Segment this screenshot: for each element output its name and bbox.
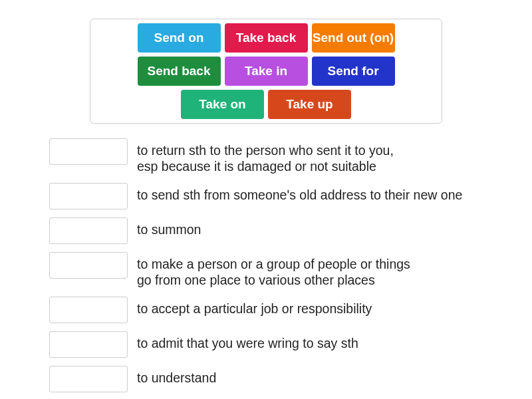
definition-text: to understand (137, 366, 216, 386)
tile-take-back[interactable]: Take back (225, 23, 308, 53)
tile-take-up[interactable]: Take up (268, 90, 351, 119)
tile-take-in[interactable]: Take in (225, 57, 308, 86)
definition-row: to send sth from someone's old address t… (49, 183, 532, 209)
tile-take-on[interactable]: Take on (181, 90, 264, 119)
tiles-panel: Send on Take back Send out (on) Send bac… (90, 19, 442, 124)
drop-zone[interactable] (49, 138, 128, 165)
tile-send-back[interactable]: Send back (138, 57, 221, 86)
definition-row: to make a person or a group of people or… (49, 252, 532, 289)
definition-row: to summon (49, 217, 532, 244)
definition-row: to accept a particular job or responsibi… (49, 297, 532, 323)
drop-zone[interactable] (49, 252, 128, 279)
definition-text: to summon (137, 217, 201, 237)
definition-row: to return sth to the person who sent it … (49, 138, 532, 175)
drop-zone[interactable] (49, 331, 128, 358)
definition-text: to make a person or a group of people or… (137, 252, 410, 289)
exercise-container: Send on Take back Send out (on) Send bac… (0, 0, 532, 399)
definition-row: to admit that you were wring to say sth (49, 331, 532, 358)
definition-text: to return sth to the person who sent it … (137, 138, 394, 175)
definition-text: to send sth from someone's old address t… (137, 183, 462, 203)
drop-zone[interactable] (49, 297, 128, 323)
tile-send-on[interactable]: Send on (138, 23, 221, 53)
definition-row: to understand (49, 366, 532, 392)
definition-text: to accept a particular job or responsibi… (137, 297, 372, 317)
drop-zone[interactable] (49, 183, 128, 209)
definition-text: to admit that you were wring to say sth (137, 331, 358, 351)
tile-send-for[interactable]: Send for (312, 57, 395, 86)
drop-zone[interactable] (49, 217, 128, 244)
definitions-list: to return sth to the person who sent it … (0, 138, 532, 399)
tile-send-out-on[interactable]: Send out (on) (312, 23, 395, 53)
drop-zone[interactable] (49, 366, 128, 392)
